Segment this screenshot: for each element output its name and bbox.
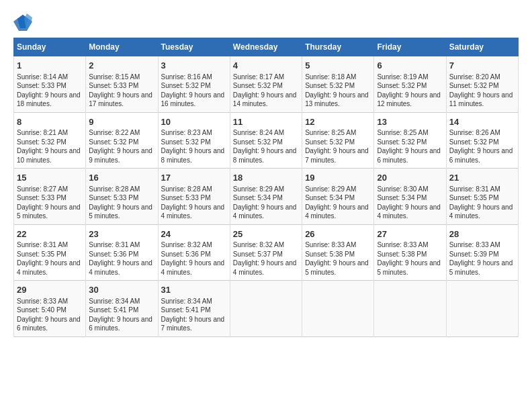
day-number: 11 [233,116,299,128]
week-row-3: 15Sunrise: 8:27 AMSunset: 5:33 PMDayligh… [14,169,519,225]
day-info: Sunrise: 8:34 AMSunset: 5:41 PMDaylight:… [161,297,227,333]
day-number: 6 [377,60,443,72]
calendar-cell: 12Sunrise: 8:25 AMSunset: 5:32 PMDayligh… [302,112,374,169]
day-number: 12 [305,116,371,128]
day-number: 4 [233,60,299,72]
calendar-cell [230,281,302,337]
calendar-cell: 8Sunrise: 8:21 AMSunset: 5:32 PMDaylight… [14,112,86,169]
day-info: Sunrise: 8:26 AMSunset: 5:32 PMDaylight:… [449,128,515,165]
day-number: 20 [377,172,443,184]
calendar-cell: 17Sunrise: 8:28 AMSunset: 5:33 PMDayligh… [158,169,230,225]
calendar-cell: 25Sunrise: 8:32 AMSunset: 5:37 PMDayligh… [230,224,302,281]
day-number: 22 [17,228,83,240]
day-number: 25 [233,228,299,240]
day-number: 9 [89,116,154,128]
day-number: 14 [449,116,515,128]
svg-marker-2 [24,13,32,27]
day-info: Sunrise: 8:29 AMSunset: 5:34 PMDaylight:… [233,185,299,221]
day-number: 10 [161,116,227,128]
calendar-cell [446,281,518,337]
col-header-friday: Friday [374,38,446,56]
calendar-cell: 23Sunrise: 8:31 AMSunset: 5:36 PMDayligh… [86,224,158,281]
day-info: Sunrise: 8:28 AMSunset: 5:33 PMDaylight:… [89,185,154,221]
week-row-2: 8Sunrise: 8:21 AMSunset: 5:32 PMDaylight… [14,112,519,169]
calendar-cell: 24Sunrise: 8:32 AMSunset: 5:36 PMDayligh… [158,224,230,281]
day-info: Sunrise: 8:22 AMSunset: 5:32 PMDaylight:… [89,128,154,165]
day-info: Sunrise: 8:16 AMSunset: 5:32 PMDaylight:… [161,73,227,109]
calendar-cell: 20Sunrise: 8:30 AMSunset: 5:34 PMDayligh… [374,169,446,225]
day-info: Sunrise: 8:19 AMSunset: 5:32 PMDaylight:… [377,73,443,109]
day-info: Sunrise: 8:23 AMSunset: 5:32 PMDaylight:… [161,128,227,165]
day-info: Sunrise: 8:15 AMSunset: 5:33 PMDaylight:… [89,73,154,109]
day-info: Sunrise: 8:33 AMSunset: 5:40 PMDaylight:… [17,297,83,333]
calendar-cell: 18Sunrise: 8:29 AMSunset: 5:34 PMDayligh… [230,169,302,225]
day-number: 1 [17,60,83,72]
calendar-cell: 15Sunrise: 8:27 AMSunset: 5:33 PMDayligh… [14,169,86,225]
col-header-sunday: Sunday [14,38,86,56]
calendar-cell: 26Sunrise: 8:33 AMSunset: 5:38 PMDayligh… [302,224,374,281]
calendar-cell: 10Sunrise: 8:23 AMSunset: 5:32 PMDayligh… [158,112,230,169]
day-info: Sunrise: 8:27 AMSunset: 5:33 PMDaylight:… [17,185,83,221]
calendar-cell: 13Sunrise: 8:25 AMSunset: 5:32 PMDayligh… [374,112,446,169]
calendar-cell [302,281,374,337]
col-header-saturday: Saturday [446,38,518,56]
day-info: Sunrise: 8:33 AMSunset: 5:38 PMDaylight:… [305,240,371,277]
day-number: 8 [17,116,83,128]
day-number: 3 [161,60,227,72]
calendar-cell: 30Sunrise: 8:34 AMSunset: 5:41 PMDayligh… [86,281,158,337]
col-header-wednesday: Wednesday [230,38,302,56]
logo [13,12,35,31]
day-number: 21 [449,172,515,184]
calendar-cell: 1Sunrise: 8:14 AMSunset: 5:33 PMDaylight… [14,56,86,113]
col-header-monday: Monday [86,38,158,56]
calendar-cell: 16Sunrise: 8:28 AMSunset: 5:33 PMDayligh… [86,169,158,225]
page: SundayMondayTuesdayWednesdayThursdayFrid… [0,0,532,411]
day-info: Sunrise: 8:31 AMSunset: 5:36 PMDaylight:… [89,240,154,277]
day-info: Sunrise: 8:31 AMSunset: 5:35 PMDaylight:… [17,240,83,277]
day-number: 7 [449,60,515,72]
calendar-cell: 9Sunrise: 8:22 AMSunset: 5:32 PMDaylight… [86,112,158,169]
col-header-thursday: Thursday [302,38,374,56]
day-info: Sunrise: 8:21 AMSunset: 5:32 PMDaylight:… [17,128,83,165]
day-info: Sunrise: 8:29 AMSunset: 5:34 PMDaylight:… [305,185,371,221]
calendar-cell: 27Sunrise: 8:33 AMSunset: 5:38 PMDayligh… [374,224,446,281]
header [13,12,519,31]
day-number: 13 [377,116,443,128]
day-number: 2 [89,60,154,72]
day-number: 15 [17,172,83,184]
day-info: Sunrise: 8:33 AMSunset: 5:38 PMDaylight:… [377,240,443,277]
calendar-cell: 7Sunrise: 8:20 AMSunset: 5:32 PMDaylight… [446,56,518,113]
day-info: Sunrise: 8:30 AMSunset: 5:34 PMDaylight:… [377,185,443,221]
day-number: 23 [89,228,154,240]
day-info: Sunrise: 8:24 AMSunset: 5:32 PMDaylight:… [233,128,299,165]
day-number: 31 [161,284,227,296]
day-number: 5 [305,60,371,72]
day-number: 17 [161,172,227,184]
calendar-cell: 19Sunrise: 8:29 AMSunset: 5:34 PMDayligh… [302,169,374,225]
day-number: 27 [377,228,443,240]
day-info: Sunrise: 8:33 AMSunset: 5:39 PMDaylight:… [449,240,515,277]
day-number: 18 [233,172,299,184]
day-info: Sunrise: 8:31 AMSunset: 5:35 PMDaylight:… [449,185,515,221]
day-info: Sunrise: 8:28 AMSunset: 5:33 PMDaylight:… [161,185,227,221]
calendar-cell: 28Sunrise: 8:33 AMSunset: 5:39 PMDayligh… [446,224,518,281]
calendar-cell: 2Sunrise: 8:15 AMSunset: 5:33 PMDaylight… [86,56,158,113]
week-row-1: 1Sunrise: 8:14 AMSunset: 5:33 PMDaylight… [14,56,519,113]
calendar-cell: 6Sunrise: 8:19 AMSunset: 5:32 PMDaylight… [374,56,446,113]
day-info: Sunrise: 8:32 AMSunset: 5:36 PMDaylight:… [161,240,227,277]
week-row-5: 29Sunrise: 8:33 AMSunset: 5:40 PMDayligh… [14,281,519,337]
day-info: Sunrise: 8:34 AMSunset: 5:41 PMDaylight:… [89,297,154,333]
day-number: 16 [89,172,154,184]
day-info: Sunrise: 8:32 AMSunset: 5:37 PMDaylight:… [233,240,299,277]
day-number: 26 [305,228,371,240]
day-info: Sunrise: 8:18 AMSunset: 5:32 PMDaylight:… [305,73,371,109]
calendar-cell: 3Sunrise: 8:16 AMSunset: 5:32 PMDaylight… [158,56,230,113]
header-row: SundayMondayTuesdayWednesdayThursdayFrid… [14,38,519,56]
calendar-table: SundayMondayTuesdayWednesdayThursdayFrid… [13,38,519,337]
day-number: 30 [89,284,154,296]
calendar-cell: 31Sunrise: 8:34 AMSunset: 5:41 PMDayligh… [158,281,230,337]
calendar-cell: 4Sunrise: 8:17 AMSunset: 5:32 PMDaylight… [230,56,302,113]
calendar-cell: 29Sunrise: 8:33 AMSunset: 5:40 PMDayligh… [14,281,86,337]
calendar-cell [374,281,446,337]
day-info: Sunrise: 8:17 AMSunset: 5:32 PMDaylight:… [233,73,299,109]
